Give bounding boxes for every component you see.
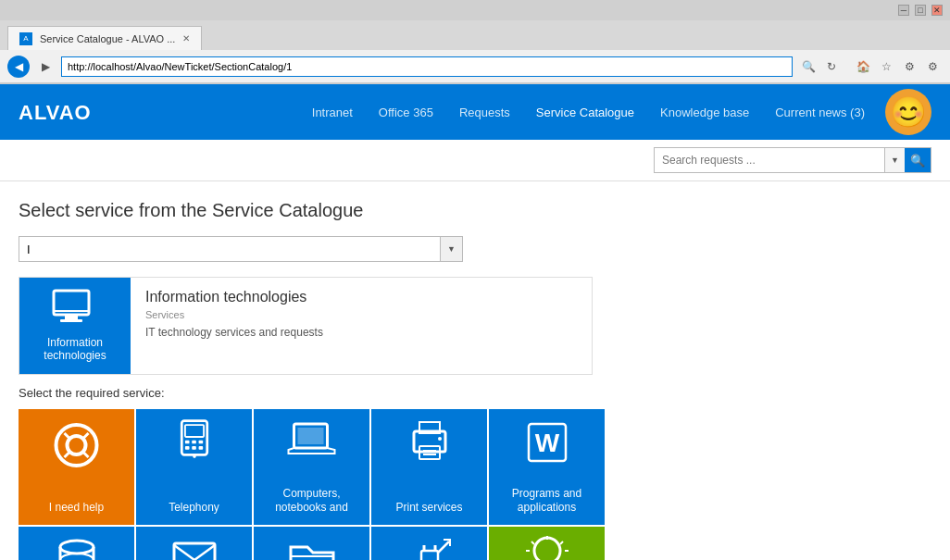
lightbulb-icon xyxy=(524,534,570,560)
category-title: Information technologies xyxy=(145,289,323,305)
search-input[interactable] xyxy=(655,150,884,170)
nav-links: Intranet Office 365 Requests Service Cat… xyxy=(301,98,876,127)
svg-rect-14 xyxy=(198,440,203,443)
tab-bar: A Service Catalogue - ALVAO ... ✕ xyxy=(0,20,950,50)
svg-point-4 xyxy=(56,425,96,466)
browser-tab[interactable]: A Service Catalogue - ALVAO ... ✕ xyxy=(7,26,202,50)
folder-plus-icon xyxy=(287,536,337,560)
minimize-button[interactable]: ─ xyxy=(898,5,909,16)
service-search-input[interactable] xyxy=(19,239,440,260)
nav-requests[interactable]: Requests xyxy=(448,98,521,127)
address-input[interactable] xyxy=(61,56,793,77)
home-icon[interactable]: 🏠 xyxy=(853,56,873,77)
email-icon xyxy=(170,540,219,560)
phone-icon xyxy=(171,417,218,467)
tile-print[interactable]: Print services xyxy=(371,409,487,525)
svg-line-40 xyxy=(438,541,449,553)
svg-point-41 xyxy=(534,538,560,560)
browser-chrome: ─ □ ✕ A Service Catalogue - ALVAO ... ✕ … xyxy=(0,0,950,84)
svg-rect-16 xyxy=(192,446,196,450)
tile-telephony[interactable]: Telephony xyxy=(136,409,252,525)
category-description: IT technology services and requests xyxy=(145,326,323,339)
address-bar: ◀ ▶ 🔍 ↻ 🏠 ☆ ⚙ ⚙ xyxy=(0,50,950,83)
close-button[interactable]: ✕ xyxy=(931,5,943,16)
title-bar: ─ □ ✕ xyxy=(0,0,950,20)
tile-programs-label: Programs and applications xyxy=(496,487,597,516)
nav-knowledge-base[interactable]: Knowledge base xyxy=(649,98,760,127)
svg-line-6 xyxy=(64,433,69,439)
tile-programs[interactable]: W Programs and applications xyxy=(489,409,605,525)
svg-point-29 xyxy=(60,541,94,554)
tile-remote[interactable]: Remote access to the network xyxy=(371,527,487,560)
search-button[interactable]: 🔍 xyxy=(905,148,931,172)
address-icons: 🔍 ↻ xyxy=(798,56,842,77)
tile-help[interactable]: I need help xyxy=(19,409,134,525)
monitor-icon xyxy=(50,289,101,330)
lifebuoy-icon xyxy=(51,420,102,471)
search-box: ▼ 🔍 xyxy=(654,147,931,173)
search-dropdown-icon[interactable]: ▼ xyxy=(884,148,905,172)
toolbar-icons: 🏠 ☆ ⚙ ⚙ xyxy=(853,56,943,77)
service-search-box: ▼ xyxy=(19,236,463,262)
svg-line-46 xyxy=(531,541,534,544)
tab-label: Service Catalogue - ALVAO ... xyxy=(40,33,175,44)
svg-point-18 xyxy=(193,454,196,458)
svg-rect-2 xyxy=(60,319,82,322)
nav-office365[interactable]: Office 365 xyxy=(368,98,444,127)
favorites-icon[interactable]: ☆ xyxy=(876,56,896,77)
avatar-image: 😊 xyxy=(890,97,927,127)
svg-line-47 xyxy=(560,541,563,544)
maximize-button[interactable]: □ xyxy=(915,5,926,16)
refresh-button[interactable]: ↻ xyxy=(821,56,842,77)
nav-intranet[interactable]: Intranet xyxy=(301,98,364,127)
svg-line-8 xyxy=(64,452,69,457)
category-icon-label: Informationtechnologies xyxy=(44,336,106,363)
svg-rect-12 xyxy=(184,440,189,443)
tiles-label: Select the required service: xyxy=(19,386,931,400)
printer-icon xyxy=(405,418,455,465)
tools-icon[interactable]: ⚙ xyxy=(922,56,943,77)
title-bar-buttons: ─ □ ✕ xyxy=(898,5,943,16)
database-icon xyxy=(54,536,100,560)
tile-print-label: Print services xyxy=(395,501,462,516)
main-content: Select service from the Service Catalogu… xyxy=(0,181,950,560)
page-title: Select service from the Service Catalogu… xyxy=(19,200,931,221)
category-info: Information technologies Services IT tec… xyxy=(131,278,338,374)
svg-rect-11 xyxy=(184,425,203,437)
tab-close-icon[interactable]: ✕ xyxy=(182,33,190,44)
settings-icon[interactable]: ⚙ xyxy=(899,56,919,77)
app-header: ALVAO Intranet Office 365 Requests Servi… xyxy=(0,84,950,140)
tile-shared[interactable]: Shared files and folders xyxy=(254,527,369,560)
svg-point-26 xyxy=(438,437,442,441)
search-address-icon[interactable]: 🔍 xyxy=(798,56,819,77)
svg-rect-20 xyxy=(297,428,323,444)
word-icon: W xyxy=(523,418,571,467)
category-sub: Services xyxy=(145,309,323,320)
tile-computers[interactable]: Computers, notebooks and xyxy=(254,409,369,525)
logo: ALVAO xyxy=(19,99,92,125)
tile-corporate[interactable]: Corporate information systém xyxy=(19,527,134,560)
tile-praises[interactable]: Praises, compaints, and ideas xyxy=(489,527,605,560)
svg-rect-15 xyxy=(184,446,189,450)
back-button[interactable]: ◀ xyxy=(7,56,30,78)
tile-help-label: I need help xyxy=(49,501,104,516)
svg-line-9 xyxy=(82,452,88,457)
service-search-dropdown-icon[interactable]: ▼ xyxy=(440,237,462,261)
nav-service-catalogue[interactable]: Service Catalogue xyxy=(525,98,645,127)
search-bar-area: ▼ 🔍 xyxy=(0,140,950,181)
svg-rect-17 xyxy=(198,446,203,450)
svg-rect-35 xyxy=(421,551,438,560)
svg-rect-31 xyxy=(174,543,215,560)
nav-current-news[interactable]: Current news (3) xyxy=(764,98,876,127)
svg-text:W: W xyxy=(534,429,559,457)
tiles-grid: I need help Telephony xyxy=(19,409,931,560)
tile-telephony-label: Telephony xyxy=(169,501,219,516)
forward-button[interactable]: ▶ xyxy=(35,56,56,77)
svg-rect-1 xyxy=(65,315,78,319)
user-avatar[interactable]: 😊 xyxy=(885,89,931,135)
category-icon-box[interactable]: Informationtechnologies xyxy=(19,278,131,374)
tile-email[interactable]: E-mail xyxy=(136,527,252,560)
category-card: Informationtechnologies Information tech… xyxy=(19,277,593,375)
tab-favicon: A xyxy=(19,32,32,45)
svg-line-7 xyxy=(82,433,88,439)
